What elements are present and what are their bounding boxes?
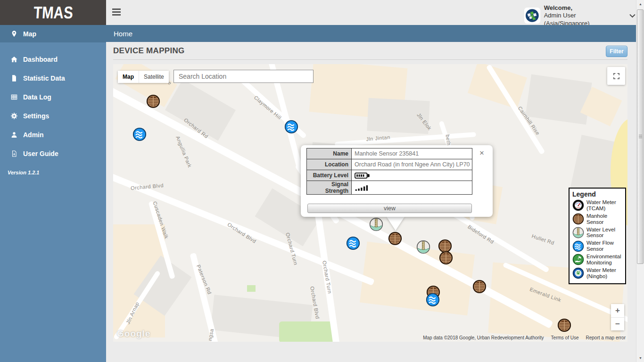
satellite-view-button[interactable]: Satellite <box>139 71 169 83</box>
top-header: TMAS Welcome, Admin User (Asia/Singapore… <box>0 0 636 25</box>
welcome-label: Welcome, <box>544 4 623 12</box>
name-label: Name <box>307 148 352 159</box>
name-value: Manhole Sensor 235841 <box>352 148 472 159</box>
user-avatar <box>524 8 540 24</box>
document-icon <box>10 74 18 82</box>
app-logo: TMAS <box>33 3 73 23</box>
table-grid-icon <box>10 93 18 101</box>
water-flow-sensor-marker[interactable] <box>426 293 440 307</box>
table-row: Location Orchard Road (in front Ngee Ann… <box>307 159 472 170</box>
breadcrumb-home[interactable]: Home <box>114 30 132 38</box>
road-label: Angullia Park <box>175 135 193 169</box>
page-title: DEVICE MAPPING <box>113 46 185 56</box>
battery-level-value <box>352 170 472 181</box>
scrollbar-down-arrow[interactable]: ▼ <box>636 354 644 362</box>
battery-level-label: Battery Level <box>307 170 352 181</box>
map-canvas[interactable]: moreClaymore HillJln ElokJln JintanbethO… <box>113 64 627 342</box>
water-flow-sensor-icon <box>572 240 584 252</box>
sidebar-item-data-log[interactable]: Data Log <box>0 88 106 107</box>
location-value: Orchard Road (in front Ngee Ann City) LP… <box>352 159 472 170</box>
app-window: TMAS Welcome, Admin User (Asia/Singapore… <box>0 0 644 362</box>
water-flow-sensor-marker[interactable] <box>284 120 298 134</box>
legend-item-water-level-sensor: Water Level Sensor <box>572 227 623 239</box>
map-attribution: Map data ©2018 Google, Urban Redevelopme… <box>423 335 626 340</box>
legend-title: Legend <box>572 190 623 198</box>
legend-item-water-meter-tcam: Water Meter (TCAM) <box>572 199 623 212</box>
sidebar-item-admin[interactable]: Admin <box>0 125 106 144</box>
road-label: Hullet Rd <box>531 233 555 246</box>
legend-item-manhole-sensor: Manhole Sensor <box>572 213 623 225</box>
sidebar-item-user-guide[interactable]: User Guide <box>0 144 106 163</box>
terms-of-use-link[interactable]: Terms of Use <box>551 335 579 340</box>
report-map-error-link[interactable]: Report a map error <box>586 335 626 340</box>
popup-tail <box>387 217 405 230</box>
popup-close-icon[interactable]: × <box>477 148 487 157</box>
page-scrollbar[interactable]: ▲ ▼ <box>636 0 644 362</box>
signal-strength-icon <box>355 184 370 191</box>
sidebar-item-map[interactable]: Map <box>0 25 106 42</box>
map-data-credit: Map data ©2018 Google, Urban Redevelopme… <box>423 335 544 340</box>
search-box <box>173 70 314 83</box>
title-divider <box>113 59 627 60</box>
water-flow-sensor-marker[interactable] <box>132 127 147 141</box>
user-menu[interactable]: Welcome, Admin User (Asia/Singapore) <box>524 4 636 27</box>
water-flow-sensor-marker[interactable] <box>346 236 360 250</box>
search-location-input[interactable] <box>173 70 314 83</box>
map-view-button[interactable]: Map <box>118 71 139 83</box>
sidebar-item-label: User Guide <box>23 150 58 157</box>
manhole-sensor-marker[interactable] <box>146 94 160 108</box>
signal-strength-label: Signal Strength <box>307 181 352 195</box>
view-device-button[interactable]: view <box>307 204 472 213</box>
sidebar-item-label: Map <box>23 30 36 38</box>
google-logo: Google <box>117 329 150 339</box>
manhole-sensor-marker[interactable] <box>557 318 571 332</box>
map-pin-icon <box>10 30 18 38</box>
sidebar: Map Dashboard Statistic Data Data Log Se… <box>0 25 106 362</box>
zoom-in-button[interactable]: + <box>611 304 624 318</box>
sidebar-item-settings[interactable]: Settings <box>0 107 106 125</box>
water-level-sensor-icon <box>572 227 584 239</box>
sidebar-toggle-hamburger-icon[interactable] <box>112 8 122 16</box>
water-meter-tcam-icon <box>572 199 584 211</box>
sidebar-item-label: Admin <box>23 131 44 139</box>
legend-item-environmental-monitoring: Environmental Monitoring <box>572 254 623 266</box>
location-label: Location <box>307 159 352 170</box>
filter-button[interactable]: Filter <box>606 46 627 57</box>
fullscreen-button[interactable] <box>607 67 625 85</box>
brand-logo-box: TMAS <box>0 0 106 25</box>
gear-icon <box>10 112 18 120</box>
sidebar-item-dashboard[interactable]: Dashboard <box>0 50 106 69</box>
sidebar-item-label: Dashboard <box>23 56 58 63</box>
fullscreen-icon <box>612 72 620 80</box>
manhole-sensor-icon <box>572 213 584 225</box>
zoom-out-button[interactable]: − <box>611 318 624 331</box>
map-type-control: Map Satellite <box>118 71 169 83</box>
water-meter-ningbo-icon <box>572 267 584 279</box>
table-row: Signal Strength <box>307 181 472 195</box>
water-level-sensor-marker[interactable] <box>416 240 430 254</box>
device-info-table: Name Manhole Sensor 235841 Location Orch… <box>306 148 472 195</box>
battery-icon <box>355 172 370 179</box>
sidebar-item-label: Statistic Data <box>23 74 65 82</box>
map-zoom-control: + − <box>611 304 624 330</box>
scrollbar-up-arrow[interactable]: ▲ <box>636 0 644 8</box>
signal-strength-value <box>352 181 472 195</box>
home-icon <box>10 56 18 63</box>
breadcrumb: Home <box>106 25 636 42</box>
device-info-popup: Name Manhole Sensor 235841 Location Orch… <box>301 145 493 217</box>
manhole-sensor-marker[interactable] <box>472 280 487 294</box>
table-row: Battery Level <box>307 170 472 181</box>
manhole-sensor-marker[interactable] <box>439 251 453 265</box>
sidebar-item-statistic-data[interactable]: Statistic Data <box>0 69 106 88</box>
app-version-label: Version 1.2.1 <box>8 170 106 175</box>
sidebar-item-label: Settings <box>23 112 49 120</box>
welcome-text: Welcome, Admin User (Asia/Singapore) <box>544 4 623 27</box>
chevron-down-icon[interactable] <box>629 14 636 18</box>
legend-item-water-meter-ningbo: Water Meter (Ningbo) <box>572 267 623 280</box>
scrollbar-thumb[interactable] <box>637 9 644 264</box>
table-row: Name Manhole Sensor 235841 <box>307 148 472 159</box>
environmental-monitoring-icon <box>572 254 584 265</box>
manhole-sensor-marker[interactable] <box>388 231 402 246</box>
pdf-document-icon <box>10 150 18 157</box>
water-level-sensor-marker[interactable] <box>369 217 383 231</box>
